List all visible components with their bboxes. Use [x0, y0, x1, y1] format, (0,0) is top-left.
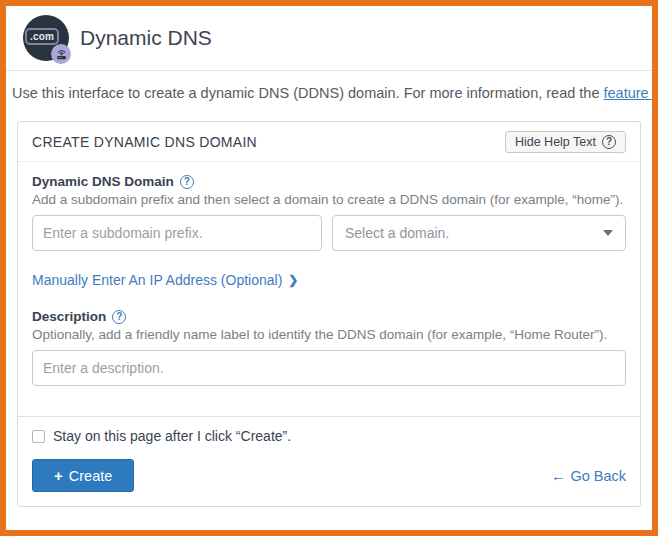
intro-text-body: Use this interface to create a dynamic D… [12, 85, 604, 101]
arrow-left-icon: ← [551, 468, 566, 484]
domain-select[interactable]: Select a domain. [332, 215, 626, 251]
dynamic-dns-app-icon: .com [23, 15, 69, 61]
ddns-domain-help-text: Add a subdomain prefix and then select a… [32, 192, 626, 207]
ip-link-row: Manually Enter An IP Address (Optional) … [32, 271, 626, 289]
description-label-row: Description ? [32, 309, 626, 324]
page-frame: .com Dynamic DNS Use this interface to c… [0, 0, 658, 536]
ddns-domain-label: Dynamic DNS Domain [32, 174, 174, 189]
ddns-domain-input-row: Select a domain. [32, 215, 626, 251]
panel-title: CREATE DYNAMIC DNS DOMAIN [32, 134, 257, 150]
create-button-label: Create [69, 468, 113, 484]
domain-select-value: Select a domain. [345, 225, 449, 241]
create-button[interactable]: + Create [32, 459, 134, 492]
stay-on-page-row: Stay on this page after I click “Create”… [18, 416, 640, 455]
description-label: Description [32, 309, 106, 324]
page-header: .com Dynamic DNS [6, 6, 652, 70]
panel-actions-row: + Create ← Go Back [18, 455, 640, 506]
go-back-label: Go Back [570, 468, 626, 484]
intro-text: Use this interface to create a dynamic D… [12, 85, 652, 101]
description-input[interactable] [32, 350, 626, 386]
manual-ip-address-link[interactable]: Manually Enter An IP Address (Optional) … [32, 272, 298, 288]
ddns-domain-help-icon[interactable]: ? [180, 175, 194, 189]
create-ddns-panel: CREATE DYNAMIC DNS DOMAIN Hide Help Text… [17, 121, 641, 507]
plus-icon: + [54, 467, 63, 484]
panel-header: CREATE DYNAMIC DNS DOMAIN Hide Help Text… [18, 122, 640, 162]
chevron-right-icon: ❯ [288, 273, 298, 287]
description-help-text: Optionally, add a friendly name label to… [32, 327, 626, 342]
stay-on-page-label: Stay on this page after I click “Create”… [53, 428, 291, 444]
help-question-icon: ? [602, 135, 616, 149]
subdomain-prefix-input[interactable] [32, 215, 322, 251]
hide-help-text-button[interactable]: Hide Help Text ? [505, 131, 626, 153]
dot-com-badge: .com [25, 28, 59, 45]
feature-documentation-link[interactable]: feature documentation [604, 85, 652, 101]
panel-body: Dynamic DNS Domain ? Add a subdomain pre… [18, 162, 640, 416]
description-help-icon[interactable]: ? [112, 310, 126, 324]
go-back-link[interactable]: ← Go Back [551, 468, 626, 484]
router-signal-icon [51, 44, 71, 64]
caret-down-icon [603, 230, 613, 236]
ddns-domain-label-row: Dynamic DNS Domain ? [32, 174, 626, 189]
hide-help-text-label: Hide Help Text [515, 135, 596, 149]
page-title: Dynamic DNS [80, 26, 212, 50]
stay-on-page-checkbox[interactable] [32, 430, 45, 443]
header-divider [6, 70, 652, 71]
manual-ip-address-label: Manually Enter An IP Address (Optional) [32, 272, 282, 288]
